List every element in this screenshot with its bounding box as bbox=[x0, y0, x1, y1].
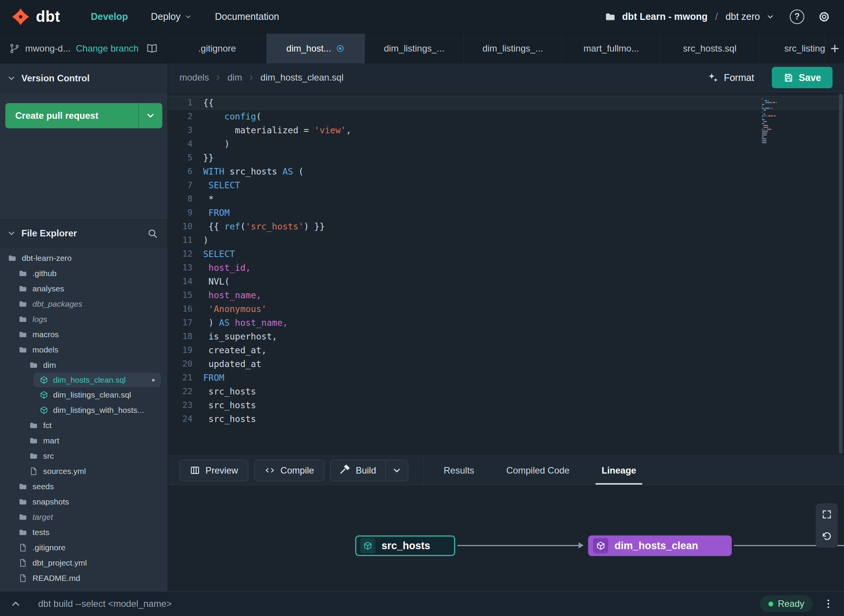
panel-tab-compiled-code[interactable]: Compiled Code bbox=[490, 456, 585, 485]
tree-item[interactable]: README.md bbox=[0, 571, 168, 586]
code-line[interactable]: 2 config( bbox=[168, 110, 844, 123]
code-line[interactable]: 22 src_hosts bbox=[168, 385, 844, 398]
editor-tab[interactable]: dim_host... bbox=[267, 34, 365, 63]
code-line[interactable]: 16 'Anonymous' bbox=[168, 302, 844, 316]
code-line[interactable]: 1{{ bbox=[168, 96, 844, 110]
format-button[interactable]: Format bbox=[708, 72, 754, 83]
code-line[interactable]: 21FROM bbox=[168, 371, 844, 385]
code-line[interactable]: 5}} bbox=[168, 151, 844, 165]
search-icon[interactable] bbox=[147, 228, 158, 239]
editor-tab[interactable]: dim_listings_... bbox=[365, 34, 464, 63]
file-explorer-header[interactable]: File Explorer bbox=[0, 219, 168, 247]
build-dropdown-button[interactable] bbox=[385, 460, 408, 481]
code-line[interactable]: 12SELECT bbox=[168, 247, 844, 261]
tree-item[interactable]: dbt_packages bbox=[0, 296, 168, 312]
lineage-node[interactable]: src_hosts bbox=[355, 535, 455, 556]
docs-book-icon[interactable] bbox=[146, 43, 158, 54]
code-editor[interactable]: 1{{2 config(3 materialized = 'view',4 )5… bbox=[168, 92, 844, 456]
create-pr-dropdown-button[interactable] bbox=[138, 103, 162, 128]
code-line[interactable]: 23 src_hosts bbox=[168, 398, 844, 412]
code-line[interactable]: 14 NVL( bbox=[168, 275, 844, 288]
editor-tab[interactable]: src_listings. bbox=[759, 34, 825, 63]
code-line[interactable]: 3 materialized = 'view', bbox=[168, 123, 844, 137]
compile-button[interactable]: Compile bbox=[254, 460, 324, 481]
nav-item-documentation[interactable]: Documentation bbox=[215, 11, 279, 22]
code-line[interactable]: 17 ) AS host_name, bbox=[168, 316, 844, 330]
breadcrumb-item[interactable]: dim bbox=[227, 72, 242, 83]
tree-item[interactable]: dim_hosts_clean.sql bbox=[34, 373, 161, 387]
tree-item[interactable]: macros bbox=[0, 327, 168, 342]
code-line[interactable]: 13 host_id, bbox=[168, 261, 844, 275]
code-line[interactable]: 11) bbox=[168, 233, 844, 247]
save-button[interactable]: Save bbox=[772, 67, 833, 88]
code-line[interactable]: 4 ) bbox=[168, 137, 844, 151]
tree-item[interactable]: .gitignore bbox=[0, 540, 168, 555]
code-line[interactable]: 20 updated_at bbox=[168, 357, 844, 371]
code-line[interactable]: 18 is_superhost, bbox=[168, 330, 844, 343]
tree-item[interactable]: mart bbox=[0, 433, 168, 448]
breadcrumb-item[interactable]: dim_hosts_clean.sql bbox=[260, 72, 343, 83]
tree-item[interactable]: logs bbox=[0, 312, 168, 327]
command-input[interactable]: dbt build --select <model_name> bbox=[38, 598, 172, 609]
code-line[interactable]: 24 src_hosts bbox=[168, 412, 844, 426]
panel-tab-lineage[interactable]: Lineage bbox=[585, 456, 652, 485]
tree-item[interactable]: src bbox=[0, 448, 168, 464]
breadcrumb-item[interactable]: models bbox=[179, 72, 209, 83]
code-line[interactable]: 15 host_name, bbox=[168, 288, 844, 302]
create-pull-request-button[interactable]: Create pull request bbox=[5, 103, 162, 128]
environment-chevron-down-icon[interactable] bbox=[766, 13, 774, 21]
code-line[interactable]: 8 * bbox=[168, 192, 844, 206]
change-branch-link[interactable]: Change branch bbox=[76, 43, 139, 54]
new-tab-button[interactable] bbox=[825, 34, 844, 63]
tree-item[interactable]: dim_listings_with_hosts... bbox=[0, 403, 168, 418]
nav-item-deploy[interactable]: Deploy bbox=[151, 11, 192, 22]
tree-item-label: .github bbox=[32, 269, 57, 278]
editor-tab[interactable]: .gitignore bbox=[168, 34, 267, 63]
tree-item[interactable]: models bbox=[0, 342, 168, 357]
code-line[interactable]: 9 FROM bbox=[168, 206, 844, 220]
lineage-node[interactable]: dim_hosts_clean bbox=[588, 535, 732, 556]
code-line[interactable]: 6WITH src_hosts AS ( bbox=[168, 165, 844, 178]
kebab-menu-icon[interactable] bbox=[823, 598, 834, 610]
current-branch[interactable]: mwong-d... bbox=[25, 43, 71, 54]
tree-item[interactable]: dbt_project.yml bbox=[0, 555, 168, 571]
editor-minimap[interactable] bbox=[762, 98, 781, 144]
help-button[interactable]: ? bbox=[790, 10, 804, 24]
code-text: src_hosts bbox=[203, 398, 256, 412]
tree-item-label: seeds bbox=[32, 482, 54, 491]
code-text: SELECT bbox=[203, 178, 240, 192]
panel-tab-results[interactable]: Results bbox=[428, 456, 490, 485]
lineage-panel[interactable]: src_hostsdim_hosts_cleandim_listings_wit… bbox=[168, 485, 844, 591]
dbt-logo[interactable]: dbt bbox=[11, 8, 60, 26]
environment-name[interactable]: dbt zero bbox=[726, 11, 760, 22]
tree-item[interactable]: tests bbox=[0, 525, 168, 540]
tree-item[interactable]: seeds bbox=[0, 479, 168, 494]
editor-tab[interactable]: mart_fullmo... bbox=[562, 34, 661, 63]
tree-item[interactable]: dim_listings_clean.sql bbox=[0, 387, 168, 403]
tree-item[interactable]: analyses bbox=[0, 281, 168, 296]
file-icon bbox=[18, 543, 27, 552]
editor-tab[interactable]: src_hosts.sql bbox=[661, 34, 759, 63]
settings-gear-icon[interactable] bbox=[817, 10, 831, 24]
tree-item[interactable]: snapshots bbox=[0, 494, 168, 509]
project-name[interactable]: dbt Learn - mwong bbox=[622, 11, 708, 22]
tree-item[interactable]: sources.yml bbox=[0, 464, 168, 479]
tree-item[interactable]: target bbox=[0, 509, 168, 525]
fullscreen-button[interactable] bbox=[816, 503, 838, 525]
code-line[interactable]: 10 {{ ref('src_hosts') }} bbox=[168, 220, 844, 233]
tree-item-label: README.md bbox=[32, 574, 80, 583]
tree-item[interactable]: dbt-learn-zero bbox=[0, 251, 168, 266]
editor-tab[interactable]: dim_listings_... bbox=[464, 34, 562, 63]
tree-item[interactable]: dim bbox=[0, 357, 168, 373]
version-control-header[interactable]: Version Control bbox=[0, 63, 168, 93]
tree-item[interactable]: fct bbox=[0, 418, 168, 433]
build-button[interactable]: Build bbox=[331, 460, 385, 481]
code-line[interactable]: 7 SELECT bbox=[168, 178, 844, 192]
preview-button[interactable]: Preview bbox=[179, 460, 248, 481]
nav-item-develop[interactable]: Develop bbox=[91, 11, 128, 22]
tree-item[interactable]: .github bbox=[0, 266, 168, 281]
expand-command-bar-button[interactable] bbox=[10, 598, 21, 610]
refresh-lineage-button[interactable] bbox=[816, 525, 838, 548]
code-line[interactable]: 19 created_at, bbox=[168, 343, 844, 357]
editor-scrollbar[interactable] bbox=[839, 94, 842, 453]
